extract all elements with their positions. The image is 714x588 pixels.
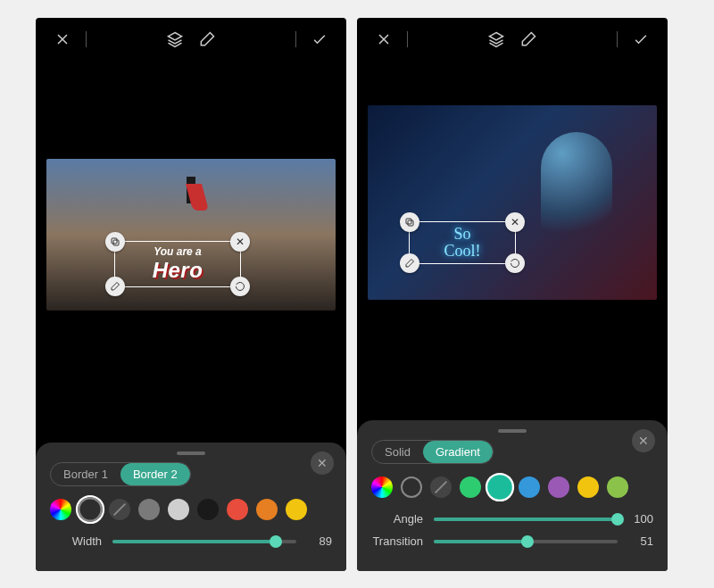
slider-value: 89 xyxy=(307,534,332,548)
tab-border2[interactable]: Border 2 xyxy=(120,463,190,485)
slider-row: Angle 100 xyxy=(371,512,653,526)
bottom-panel: ✕ Solid Gradient Angle 100 Transition 51 xyxy=(357,420,668,571)
color-swatch[interactable] xyxy=(168,499,189,520)
color-swatch[interactable] xyxy=(109,499,130,520)
rotate-handle-icon[interactable] xyxy=(505,253,525,273)
overlay-line1: So xyxy=(419,226,506,243)
overlay-supertitle: You are a xyxy=(124,245,231,258)
edit-handle-icon[interactable] xyxy=(105,277,125,296)
slider-thumb[interactable] xyxy=(270,535,282,548)
copy-handle-icon[interactable] xyxy=(400,212,419,232)
slider-label: Angle xyxy=(371,512,423,526)
color-swatch[interactable] xyxy=(548,476,569,498)
close-panel-icon[interactable]: ✕ xyxy=(632,429,655,452)
tab-gradient[interactable]: Gradient xyxy=(423,441,493,463)
svg-rect-3 xyxy=(406,219,411,224)
check-icon[interactable] xyxy=(628,27,653,52)
slider-label: Transition xyxy=(371,534,423,548)
layers-icon[interactable] xyxy=(162,27,187,52)
divider xyxy=(617,31,618,47)
layers-icon[interactable] xyxy=(484,27,509,52)
color-swatch[interactable] xyxy=(577,476,599,498)
slider-track[interactable] xyxy=(112,540,296,543)
copy-handle-icon[interactable] xyxy=(105,232,125,252)
subject-figure xyxy=(541,132,612,239)
svg-rect-0 xyxy=(113,240,119,245)
color-swatch[interactable] xyxy=(50,499,71,520)
color-swatch[interactable] xyxy=(256,499,278,520)
drag-handle[interactable] xyxy=(498,429,527,433)
canvas-preview[interactable]: You are a Hero ✕ xyxy=(46,159,336,311)
color-swatch[interactable] xyxy=(430,476,452,498)
tab-border1[interactable]: Border 1 xyxy=(51,463,120,485)
svg-rect-2 xyxy=(408,220,413,226)
color-swatch[interactable] xyxy=(78,497,103,522)
slider-row: Width 89 xyxy=(50,534,332,548)
divider xyxy=(295,31,296,47)
rotate-handle-icon[interactable] xyxy=(230,277,250,296)
slider-thumb[interactable] xyxy=(611,513,624,526)
color-swatches xyxy=(50,499,332,520)
delete-handle-icon[interactable]: ✕ xyxy=(505,212,525,232)
drag-handle[interactable] xyxy=(177,451,205,455)
toolbar xyxy=(36,18,346,61)
tabs: Solid Gradient xyxy=(371,440,494,464)
slider-value: 100 xyxy=(628,512,653,526)
eraser-icon[interactable] xyxy=(516,27,541,52)
overlay-line2: Cool! xyxy=(419,243,506,260)
eraser-icon[interactable] xyxy=(195,27,220,52)
color-swatch[interactable] xyxy=(460,476,481,498)
color-swatch[interactable] xyxy=(197,499,219,520)
toolbar xyxy=(357,18,668,61)
tab-solid[interactable]: Solid xyxy=(372,441,423,463)
close-panel-icon[interactable]: ✕ xyxy=(311,451,334,475)
hero-figure xyxy=(180,177,202,218)
color-swatch[interactable] xyxy=(519,476,540,498)
color-swatch[interactable] xyxy=(138,499,160,520)
delete-handle-icon[interactable]: ✕ xyxy=(230,232,250,252)
color-swatch[interactable] xyxy=(607,476,628,498)
color-swatch[interactable] xyxy=(227,499,248,520)
screen-right: So Cool! ✕ ✕ Solid Gradient Angle 100 Tr… xyxy=(357,18,668,571)
slider-track[interactable] xyxy=(434,518,618,521)
check-icon[interactable] xyxy=(307,27,332,52)
color-swatches xyxy=(371,476,653,498)
text-overlay[interactable]: So Cool! ✕ xyxy=(409,221,516,264)
svg-rect-1 xyxy=(112,238,117,244)
slider-label: Width xyxy=(50,534,102,548)
divider xyxy=(86,31,87,47)
tabs: Border 1 Border 2 xyxy=(50,462,191,486)
bottom-panel: ✕ Border 1 Border 2 Width 89 xyxy=(36,443,346,571)
text-overlay[interactable]: You are a Hero ✕ xyxy=(114,241,241,287)
slider-track[interactable] xyxy=(434,540,618,543)
edit-handle-icon[interactable] xyxy=(400,253,419,273)
close-icon[interactable] xyxy=(371,27,396,52)
color-swatch[interactable] xyxy=(371,476,393,498)
screen-left: You are a Hero ✕ ✕ Border 1 Border 2 Wid… xyxy=(36,18,346,571)
overlay-title: Hero xyxy=(124,258,231,283)
color-swatch[interactable] xyxy=(286,499,307,520)
color-swatch[interactable] xyxy=(487,475,512,500)
color-swatch[interactable] xyxy=(401,476,422,498)
divider xyxy=(407,31,408,47)
canvas-preview[interactable]: So Cool! ✕ xyxy=(368,105,657,300)
slider-value: 51 xyxy=(628,534,653,548)
close-icon[interactable] xyxy=(50,27,75,52)
slider-row: Transition 51 xyxy=(371,534,653,548)
slider-thumb[interactable] xyxy=(521,535,534,548)
